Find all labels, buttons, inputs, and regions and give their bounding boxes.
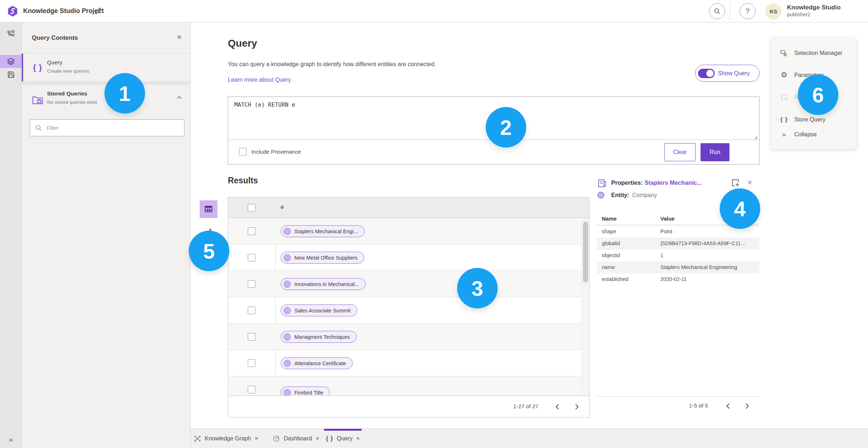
save-icon[interactable] bbox=[0, 68, 22, 81]
property-row: globalid{5D9B4713-F98D-4A53-A59F-C11... bbox=[597, 238, 760, 249]
query-contents-title: Query Contents bbox=[32, 34, 78, 42]
properties-previous-button[interactable] bbox=[722, 400, 735, 413]
search-button[interactable] bbox=[709, 3, 725, 19]
collapse-section-button[interactable] bbox=[176, 95, 182, 101]
row-checkbox[interactable] bbox=[248, 254, 255, 261]
knowledge-studio-logo-icon bbox=[7, 5, 18, 17]
annotation-badge-5: 5 bbox=[189, 231, 229, 271]
braces-icon: { } bbox=[780, 116, 788, 123]
results-scrollbar bbox=[582, 218, 589, 397]
catalog-hierarchy-icon[interactable] bbox=[0, 27, 22, 40]
table-view-button[interactable] bbox=[200, 200, 217, 218]
table-icon bbox=[204, 205, 213, 214]
properties-next-button[interactable] bbox=[741, 400, 754, 413]
column-header-value: Value bbox=[660, 216, 675, 222]
entity-pill[interactable]: New Metal Office Suppliers bbox=[281, 252, 364, 264]
learn-more-link[interactable]: Learn more about Query bbox=[228, 77, 291, 83]
property-value: 2020-02-11 bbox=[660, 276, 757, 282]
filter-search-icon bbox=[35, 124, 42, 132]
add-to-map-icon bbox=[780, 93, 788, 101]
entity-pill[interactable]: Staplers Mechanical Engi... bbox=[281, 225, 365, 237]
entity-pill[interactable]: Innovations in Mechanical... bbox=[281, 278, 366, 290]
property-value: 1 bbox=[660, 252, 757, 258]
selection-manager-item[interactable]: Selection Manager bbox=[771, 42, 856, 64]
active-item-accent bbox=[22, 54, 23, 81]
expand-rail-button[interactable]: » bbox=[0, 435, 22, 444]
row-checkbox[interactable] bbox=[248, 333, 255, 341]
edit-title-button[interactable] bbox=[93, 6, 103, 16]
table-row: Innovations in Mechanical... bbox=[228, 271, 582, 297]
select-all-checkbox[interactable] bbox=[248, 204, 255, 212]
help-button[interactable]: ? bbox=[740, 3, 756, 19]
entity-node-icon bbox=[284, 228, 291, 235]
entity-pill[interactable]: Sales Associate Summit bbox=[281, 304, 357, 316]
filter-field bbox=[30, 119, 184, 136]
property-row: established2020-02-11 bbox=[597, 273, 760, 285]
table-row: Firebird Title bbox=[228, 376, 582, 396]
scrollbar-thumb[interactable] bbox=[583, 222, 588, 282]
property-value: Staplers Mechanical Engineering bbox=[660, 264, 757, 270]
entity-label: Entity: bbox=[611, 192, 629, 199]
previous-page-button[interactable] bbox=[551, 400, 564, 413]
include-provenance-checkbox[interactable] bbox=[239, 148, 247, 155]
properties-footer-divider bbox=[597, 396, 760, 397]
menu-item-label: Store Query bbox=[794, 116, 825, 123]
stored-queries-title: Stored Queries bbox=[47, 90, 87, 97]
run-button[interactable]: Run bbox=[701, 143, 729, 161]
show-query-toggle[interactable]: Show Query bbox=[695, 65, 760, 82]
results-range-label: 1-27 of 27 bbox=[513, 403, 539, 410]
username: publisher2 bbox=[787, 12, 864, 17]
chevron-right-icon bbox=[745, 403, 750, 409]
stored-queries-folder-icon bbox=[31, 95, 44, 106]
row-checkbox[interactable] bbox=[248, 386, 255, 393]
app-header: Knowledge Studio Project ? KS Knowledge … bbox=[0, 0, 868, 22]
tab-label: Dashboard bbox=[284, 435, 312, 442]
stored-queries-subtitle: No stored queries exist bbox=[47, 99, 97, 105]
layers-icon[interactable] bbox=[0, 55, 22, 68]
tab-dashboard[interactable]: Dashboard × bbox=[268, 429, 324, 448]
property-name: name bbox=[602, 264, 615, 270]
add-to-map-icon[interactable] bbox=[730, 178, 741, 189]
entity-node-icon bbox=[284, 254, 291, 261]
entity-node-icon bbox=[284, 281, 291, 288]
entity-pill[interactable]: Managment Techniques bbox=[281, 331, 357, 343]
tab-knowledge-graph[interactable]: Knowledge Graph × bbox=[191, 429, 261, 448]
row-checkbox[interactable] bbox=[248, 227, 255, 235]
sidebar-item-query[interactable]: { } Query Create new queries bbox=[22, 54, 190, 81]
query-item-subtitle: Create new queries bbox=[47, 68, 89, 74]
close-tab-icon[interactable]: × bbox=[255, 435, 258, 442]
properties-entity-link[interactable]: Staplers Mechanic... bbox=[644, 179, 702, 186]
next-page-button[interactable] bbox=[570, 400, 583, 413]
avatar[interactable]: KS bbox=[765, 3, 782, 20]
resize-handle[interactable] bbox=[753, 135, 758, 139]
tab-query[interactable]: { } Query × bbox=[324, 429, 362, 448]
gear-icon: ⚙ bbox=[780, 71, 788, 79]
properties-icon bbox=[597, 179, 607, 189]
row-checkbox[interactable] bbox=[248, 280, 255, 288]
close-properties-button[interactable]: × bbox=[744, 177, 755, 188]
entity-value: Company bbox=[632, 192, 657, 199]
close-tab-icon[interactable]: × bbox=[356, 435, 360, 442]
row-checkbox[interactable] bbox=[248, 307, 255, 314]
chevron-left-icon bbox=[555, 404, 560, 410]
row-checkbox[interactable] bbox=[248, 359, 255, 367]
braces-icon: { } bbox=[326, 435, 333, 442]
project-title: Knowledge Studio Project bbox=[23, 7, 104, 15]
filter-input[interactable] bbox=[47, 120, 180, 136]
table-row: Managment Techniques bbox=[228, 324, 582, 350]
close-tab-icon[interactable]: × bbox=[316, 435, 319, 442]
search-icon bbox=[714, 8, 721, 15]
close-panel-button[interactable]: × bbox=[177, 33, 182, 42]
collapse-item[interactable]: » Collapse bbox=[771, 123, 856, 145]
page-description: You can query a knowledge graph to ident… bbox=[228, 61, 436, 68]
app: Knowledge Studio Project ? KS Knowledge … bbox=[0, 0, 868, 448]
table-row: Staplers Mechanical Engi... bbox=[228, 218, 582, 244]
property-name: objectid bbox=[602, 252, 620, 258]
chevron-right-icon bbox=[574, 404, 579, 410]
pencil-icon bbox=[94, 7, 102, 15]
property-name: shape bbox=[602, 229, 616, 234]
selection-manager-icon bbox=[780, 49, 788, 57]
clear-button[interactable]: Clear bbox=[664, 143, 695, 161]
property-name: established bbox=[602, 276, 628, 282]
entity-pill[interactable]: Attendance Certificate bbox=[281, 357, 353, 369]
